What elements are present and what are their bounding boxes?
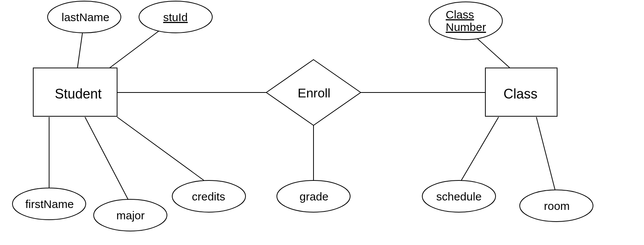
attribute-firstname-label: firstName: [25, 198, 74, 211]
attribute-grade-label: grade: [300, 190, 329, 203]
connector-line: [110, 28, 162, 68]
entity-class-label: Class: [503, 86, 537, 102]
attribute-major-label: major: [116, 209, 145, 222]
connector-line: [85, 117, 128, 200]
attribute-stuid-label: stuId: [163, 11, 188, 24]
connector-line: [117, 117, 204, 180]
attribute-room-label: room: [544, 200, 570, 213]
connector-line: [536, 117, 555, 191]
attribute-classnumber-label: Class Number: [446, 8, 487, 33]
attribute-credits-label: credits: [192, 190, 225, 203]
relationship-enroll-label: Enroll: [298, 86, 330, 100]
connector-line: [461, 117, 499, 181]
connector-line: [77, 28, 83, 68]
connector-line: [472, 34, 510, 68]
attribute-lastname-label: lastName: [62, 11, 110, 24]
entity-student-label: Student: [55, 86, 102, 102]
attribute-schedule-label: schedule: [436, 190, 482, 203]
